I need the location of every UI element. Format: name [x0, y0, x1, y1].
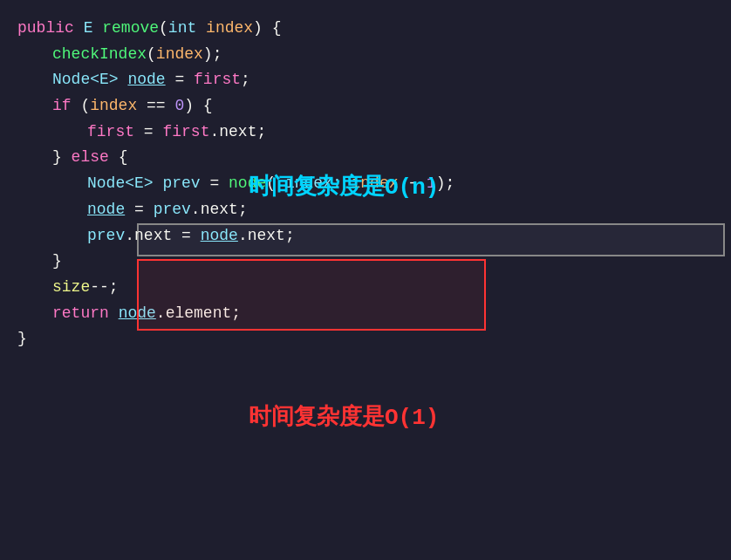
punc30: } [17, 326, 27, 352]
code-line-5: first = first.next; [17, 120, 714, 146]
fn-checkindex: checkIndex [52, 42, 147, 68]
code-line-13: } [17, 326, 714, 352]
param-index: index [206, 16, 253, 42]
var-first: first [194, 67, 241, 93]
punc14: { [109, 145, 128, 171]
punc21: ; [238, 197, 248, 223]
punc27: --; [90, 275, 118, 301]
punc13: } [52, 145, 72, 171]
var-index2: index [90, 93, 137, 120]
var-node2: node [87, 197, 125, 223]
kw-else: else [72, 145, 109, 171]
prop-next2: next [201, 197, 238, 223]
fn-remove: remove [102, 16, 159, 42]
punc5: = [166, 67, 194, 93]
type-node: Node<E> [52, 67, 127, 93]
punc7: ( [80, 93, 90, 120]
code-line-11: size--; [17, 275, 714, 301]
var-prev: prev [162, 171, 200, 197]
punc3: ( [147, 42, 156, 68]
code-line-12: return node.element; [17, 301, 714, 327]
num-0: 0 [174, 93, 184, 120]
punc2: ) { [253, 16, 281, 42]
code-editor: public E remove(int index) { checkIndex(… [0, 0, 731, 560]
punc9: ) { [184, 93, 212, 120]
keyword-public: public [17, 16, 84, 42]
punc8: == [137, 93, 174, 120]
punc22: . [125, 223, 134, 249]
kw-return: return [52, 301, 119, 327]
annotation-on: 时间复杂度是O(n) [249, 171, 439, 201]
punc24: . [238, 223, 248, 249]
code-line-10: } [17, 249, 714, 275]
punc25: ; [285, 223, 295, 249]
punc26: } [52, 249, 62, 275]
code-line-9: prev.next = node.next; [17, 223, 714, 249]
annotation-o1: 时间复杂度是O(1) [249, 401, 439, 432]
prop-next4: next [248, 223, 285, 249]
var-prev3: prev [87, 223, 125, 249]
type-int: int [168, 16, 206, 42]
var-size: size [52, 275, 90, 301]
punc12: ; [256, 120, 266, 146]
var-first3: first [162, 120, 209, 146]
prop-next: next [219, 120, 256, 146]
var-node: node [127, 67, 165, 93]
punc28: . [156, 301, 166, 327]
prop-element: element [166, 301, 232, 327]
punc11: . [209, 120, 219, 146]
punc19: = [125, 197, 153, 223]
var-first2: first [87, 120, 134, 146]
code-line-1: public E remove(int index) { [17, 16, 714, 42]
var-node3: node [201, 223, 238, 249]
arg-index: index [156, 42, 203, 68]
punc15: = [201, 171, 229, 197]
code-line-4: if (index == 0) { [17, 93, 714, 120]
punc4: ); [203, 42, 222, 68]
type-e: E [84, 16, 103, 42]
kw-if: if [52, 93, 80, 120]
code-line-2: checkIndex(index); [17, 42, 714, 68]
punc6: ; [241, 67, 250, 93]
punc29: ; [231, 301, 241, 327]
punc10: = [134, 120, 162, 146]
code-line-6: } else { [17, 145, 714, 171]
var-node4: node [119, 301, 156, 327]
type-node2: Node<E> [87, 171, 162, 197]
var-prev2: prev [154, 197, 191, 223]
code-line-3: Node<E> node = first; [17, 67, 714, 93]
prop-next3: next [134, 223, 172, 249]
punc: ( [159, 16, 168, 42]
punc23: = [172, 223, 200, 249]
punc20: . [191, 197, 201, 223]
